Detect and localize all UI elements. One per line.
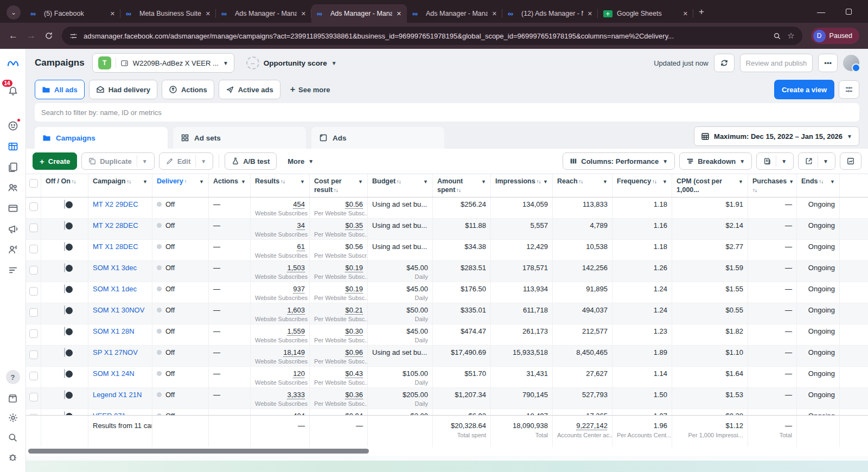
campaign-name-link[interactable]: SOM X1 28N bbox=[93, 327, 135, 335]
column-header-cost[interactable]: Cost per result ↑↓▼ bbox=[310, 174, 368, 197]
column-header-amount[interactable]: Amount spent ↑↓▼ bbox=[433, 174, 491, 197]
address-bar[interactable]: adsmanager.facebook.com/adsmanager/manag… bbox=[62, 27, 802, 45]
chevron-down-icon[interactable]: ▼ bbox=[481, 177, 486, 185]
campaign-toggle[interactable] bbox=[64, 221, 65, 230]
campaign-name-link[interactable]: SOM X1 30NOV bbox=[93, 306, 144, 314]
ad-account-selector[interactable]: T W2209B-AdBez X VEER ... ▼ bbox=[92, 53, 234, 73]
results-value[interactable]: 1,603 bbox=[287, 306, 305, 314]
campaign-name-link[interactable]: MT X2 29DEC bbox=[93, 200, 138, 208]
row-checkbox[interactable] bbox=[29, 266, 38, 275]
sort-icon[interactable]: ↑↓ bbox=[535, 178, 541, 184]
chevron-down-icon[interactable]: ▼ bbox=[738, 177, 743, 185]
tab-campaigns[interactable]: Campaigns bbox=[35, 127, 168, 149]
browser-tab[interactable]: ∞Meta Business Suite✕ bbox=[120, 4, 216, 23]
campaign-name-link[interactable]: MT X2 28DEC bbox=[93, 221, 138, 229]
tab-ad-sets[interactable]: Ad sets bbox=[173, 127, 306, 149]
column-header-reach[interactable]: Reach ↑↓▼ bbox=[553, 174, 612, 197]
cost-per-result-value[interactable]: $0.56 bbox=[345, 200, 363, 208]
tab-close-icon[interactable]: ✕ bbox=[683, 10, 688, 17]
results-value[interactable]: 61 bbox=[297, 243, 305, 251]
column-header-cpm[interactable]: CPM (cost per 1,000...▼ bbox=[672, 174, 748, 197]
cost-per-result-value[interactable]: $0.96 bbox=[345, 348, 363, 356]
breakdown-button[interactable]: Breakdown▼ bbox=[679, 152, 752, 170]
campaign-toggle[interactable] bbox=[64, 369, 65, 378]
browser-profile-chip[interactable]: D Paused bbox=[811, 28, 859, 44]
results-value[interactable]: 34 bbox=[297, 221, 305, 229]
column-header-frequency[interactable]: Frequency ↑↓▼ bbox=[612, 174, 672, 197]
search-in-url-icon[interactable] bbox=[773, 32, 781, 40]
chevron-down-icon[interactable]: ▼ bbox=[201, 158, 206, 164]
totals-reach-value[interactable]: 9,227,142 bbox=[576, 422, 608, 430]
campaign-name-link[interactable]: MT X1 28DEC bbox=[93, 243, 138, 251]
tab-close-icon[interactable]: ✕ bbox=[397, 10, 401, 17]
results-value[interactable]: 18,149 bbox=[283, 348, 305, 356]
browser-tab[interactable]: ∞Ads Manager - Mana✕ bbox=[216, 4, 311, 23]
search-icon[interactable] bbox=[7, 431, 20, 444]
chevron-down-icon[interactable]: ▼ bbox=[830, 177, 835, 185]
minimize-button[interactable]: — bbox=[817, 7, 825, 16]
filter-chip-actions[interactable]: Actions bbox=[162, 80, 214, 99]
url-text[interactable]: adsmanager.facebook.com/adsmanager/manag… bbox=[84, 32, 767, 40]
sort-icon[interactable]: ↑↓ bbox=[395, 178, 401, 184]
chevron-down-icon[interactable]: ▼ bbox=[603, 177, 608, 185]
campaign-toggle[interactable] bbox=[64, 390, 65, 399]
nav-more-icon[interactable] bbox=[7, 264, 20, 277]
nav-advertising-icon[interactable] bbox=[7, 222, 20, 235]
chevron-down-icon[interactable]: ▼ bbox=[823, 158, 828, 164]
campaign-toggle[interactable] bbox=[64, 411, 65, 415]
column-header-impressions[interactable]: Impressions ↑↓▼ bbox=[491, 174, 553, 197]
results-value[interactable]: 1,559 bbox=[287, 327, 305, 335]
nav-account-icon[interactable] bbox=[7, 243, 20, 256]
chevron-down-icon[interactable]: ▼ bbox=[143, 177, 148, 185]
horizontal-scrollbar[interactable] bbox=[26, 447, 868, 456]
campaign-name-link[interactable]: SOM X1 3dec bbox=[93, 264, 137, 272]
campaign-toggle[interactable] bbox=[64, 242, 65, 251]
cost-per-result-value[interactable]: $0.19 bbox=[345, 285, 363, 293]
more-options-button[interactable]: ••• bbox=[818, 54, 838, 72]
nav-reports-icon[interactable] bbox=[7, 161, 20, 174]
reports-button[interactable]: ▼ bbox=[756, 152, 794, 170]
sort-icon[interactable]: ↑↓ bbox=[578, 178, 583, 184]
refresh-button[interactable] bbox=[714, 54, 735, 72]
more-menu-button[interactable]: More▼ bbox=[281, 152, 320, 170]
chevron-down-icon[interactable]: ▼ bbox=[199, 177, 204, 185]
review-and-publish-button[interactable]: Review and publish bbox=[740, 54, 813, 72]
browser-tab[interactable]: ∞Ads Manager - Mana✕ bbox=[407, 4, 502, 23]
forward-button[interactable]: → bbox=[27, 30, 36, 41]
filter-chip-had-delivery[interactable]: Had delivery bbox=[89, 80, 157, 99]
date-range-selector[interactable]: Maximum: Dec 15, 2022 – Jan 15, 2026 ▼ bbox=[694, 126, 859, 146]
export-button[interactable]: ▼ bbox=[798, 152, 835, 170]
new-tab-button[interactable]: + bbox=[699, 7, 704, 17]
scrollbar-thumb[interactable] bbox=[28, 449, 369, 454]
row-checkbox[interactable] bbox=[29, 329, 38, 338]
campaign-toggle[interactable] bbox=[64, 263, 65, 272]
campaign-name-link[interactable]: SP X1 27NOV bbox=[93, 348, 138, 356]
opportunity-score[interactable]: -- Opportunity score ▼ bbox=[246, 56, 337, 69]
chevron-down-icon[interactable]: ▼ bbox=[358, 177, 363, 185]
sort-icon[interactable]: ↑ bbox=[183, 178, 187, 184]
help-button[interactable]: ? bbox=[6, 370, 20, 384]
cost-per-result-value[interactable]: $0.21 bbox=[345, 306, 363, 314]
browser-tab[interactable]: Google Sheets✕ bbox=[598, 4, 693, 23]
resources-box-icon[interactable] bbox=[7, 392, 20, 405]
column-header-actions[interactable]: Actions▼ bbox=[209, 174, 251, 197]
campaign-toggle[interactable] bbox=[64, 348, 65, 357]
search-input[interactable]: Search to filter by: name, ID or metrics bbox=[35, 103, 859, 122]
sort-icon[interactable]: ↑↓ bbox=[333, 187, 338, 193]
campaign-toggle[interactable] bbox=[64, 305, 65, 315]
select-all-checkbox[interactable] bbox=[29, 179, 38, 188]
cost-per-result-value[interactable]: $0.36 bbox=[345, 391, 363, 399]
cost-per-result-value[interactable]: $0.30 bbox=[345, 327, 363, 335]
chevron-down-icon[interactable]: ▼ bbox=[142, 158, 148, 164]
row-checkbox[interactable] bbox=[29, 308, 38, 317]
create-button[interactable]: +Create bbox=[33, 152, 77, 170]
column-header-delivery[interactable]: Delivery ↑▼ bbox=[152, 174, 209, 197]
chevron-down-icon[interactable]: ▼ bbox=[543, 177, 548, 185]
cost-per-result-value[interactable]: $0.43 bbox=[345, 369, 363, 378]
user-avatar[interactable] bbox=[843, 55, 859, 71]
cost-per-result-value[interactable]: $0.35 bbox=[345, 221, 363, 229]
see-more-filters[interactable]: +See more bbox=[285, 85, 336, 94]
nav-billing-icon[interactable] bbox=[7, 202, 20, 215]
sort-icon[interactable]: ↑↓ bbox=[71, 178, 76, 184]
browser-tab[interactable]: ∞Ads Manager - Mana✕ bbox=[311, 4, 407, 23]
